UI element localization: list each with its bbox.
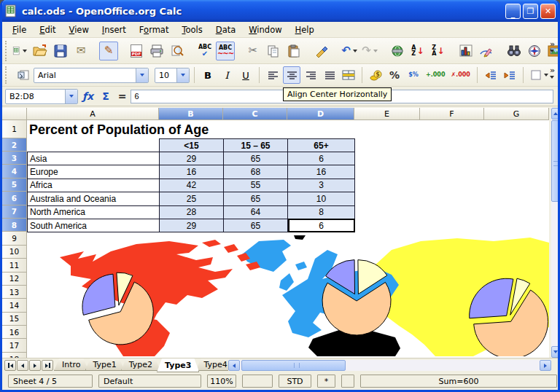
select-all-corner[interactable] — [2, 108, 27, 120]
currency-format-button[interactable]: $ — [367, 66, 384, 84]
horizontal-scroll-thumb[interactable] — [241, 360, 346, 371]
scroll-left-button[interactable] — [228, 360, 240, 371]
menu-insert[interactable]: Insert — [96, 23, 133, 37]
row-header-3[interactable]: 3 — [2, 152, 27, 165]
row-header-13[interactable]: 13 — [2, 286, 27, 299]
row-header-14[interactable]: 14 — [2, 299, 27, 312]
cell-b8[interactable]: 29 — [160, 219, 224, 232]
column-header-b[interactable]: B — [159, 108, 223, 120]
first-sheet-button[interactable] — [4, 360, 16, 371]
scroll-up-button[interactable] — [551, 108, 560, 119]
hyperlink-button[interactable] — [388, 42, 407, 60]
autospellcheck-button[interactable]: ABC~~~ — [216, 42, 235, 60]
vertical-scrollbar[interactable] — [551, 108, 560, 358]
vertical-scroll-thumb[interactable] — [551, 120, 560, 202]
merge-cells-button[interactable] — [340, 66, 357, 84]
close-button[interactable]: ✕ — [540, 4, 556, 19]
cell-d3[interactable]: 6 — [288, 152, 355, 165]
cell-d7[interactable]: 8 — [288, 205, 355, 219]
paste-button[interactable] — [284, 42, 303, 60]
next-sheet-button[interactable] — [29, 360, 41, 371]
borders-button[interactable] — [528, 66, 551, 84]
row-header-8[interactable]: 8 — [2, 219, 27, 232]
align-left-button[interactable] — [264, 66, 281, 84]
sort-descending-button[interactable]: ZA ↓ — [429, 42, 448, 60]
cell-c4[interactable]: 68 — [224, 165, 288, 179]
row-header-4[interactable]: 4 — [2, 165, 27, 178]
equals-icon[interactable]: = — [118, 90, 127, 102]
minimize-button[interactable]: _ — [505, 4, 521, 19]
maximize-button[interactable]: ❐ — [523, 4, 538, 19]
last-sheet-button[interactable] — [42, 360, 53, 371]
row-header-6[interactable]: 6 — [2, 192, 27, 205]
cell-b7[interactable]: 28 — [160, 205, 224, 219]
email-button[interactable]: ✉ — [71, 42, 90, 60]
underline-button[interactable]: U — [237, 66, 254, 84]
increase-indent-button[interactable] — [501, 66, 518, 84]
row-header-9[interactable]: 9 — [2, 232, 27, 245]
scroll-down-button[interactable] — [551, 346, 560, 358]
cell-a7[interactable]: North America — [28, 205, 160, 219]
sort-ascending-button[interactable]: AZ ↓ — [408, 42, 427, 60]
open-button[interactable] — [31, 42, 50, 60]
menu-window[interactable]: Window — [242, 23, 288, 37]
spellcheck-button[interactable]: ABC✔ — [195, 42, 214, 60]
menu-tools[interactable]: Tools — [175, 23, 209, 37]
previous-sheet-button[interactable] — [17, 360, 28, 371]
cell-a2[interactable] — [28, 139, 160, 152]
cell-d6[interactable]: 10 — [288, 192, 355, 205]
row-header-11[interactable]: 11 — [2, 259, 27, 272]
column-header-e[interactable]: E — [354, 108, 420, 120]
delete-decimal-button[interactable]: ✗.000 — [448, 66, 472, 84]
italic-button[interactable]: I — [218, 66, 236, 84]
cell-c8[interactable]: 65 — [224, 219, 288, 232]
cell-a6[interactable]: Australia and Oceania — [28, 192, 160, 205]
edit-mode-button[interactable]: ✎ — [99, 42, 118, 60]
row-header-16[interactable]: 16 — [2, 326, 27, 339]
function-wizard-icon[interactable]: ƒx — [82, 90, 93, 102]
align-justify-button[interactable] — [321, 66, 338, 84]
cell-c3[interactable]: 65 — [224, 152, 288, 165]
status-page-style[interactable]: Default — [98, 375, 201, 388]
row-header-12[interactable]: 12 — [2, 273, 27, 286]
cell-b4[interactable]: 16 — [160, 165, 224, 179]
cell-b2[interactable]: <15 — [160, 139, 224, 152]
column-header-f[interactable]: F — [420, 108, 484, 120]
tab-type3[interactable]: Type3 — [157, 358, 199, 372]
cell-b5[interactable]: 42 — [160, 179, 224, 192]
menu-view[interactable]: View — [63, 23, 96, 37]
title-bar[interactable]: calc.ods - OpenOffice.org Calc _ ❐ ✕ — [0, 0, 560, 22]
cell-b3[interactable]: 29 — [160, 152, 224, 165]
chart-object[interactable]: <15 15 – 65 65+ <15 15 – 65 65+ — [27, 235, 549, 356]
row-header-18[interactable]: 18 — [2, 353, 27, 358]
cell-c6[interactable]: 65 — [224, 192, 288, 205]
status-zoom[interactable]: 110% — [207, 375, 236, 388]
new-document-button[interactable] — [10, 42, 29, 60]
draw-functions-button[interactable] — [477, 42, 496, 60]
cut-button[interactable]: ✂ — [244, 42, 262, 60]
font-name-combo[interactable]: Arial — [34, 68, 149, 83]
percent-format-button[interactable]: % — [386, 66, 403, 84]
cell-b6[interactable]: 25 — [160, 192, 224, 205]
menu-help[interactable]: Help — [289, 23, 321, 37]
active-cell-d8[interactable]: 6 — [288, 219, 355, 232]
navigator-button[interactable] — [525, 42, 544, 60]
cell-d4[interactable]: 16 — [288, 165, 355, 179]
row-header-10[interactable]: 10 — [2, 246, 27, 259]
column-header-a[interactable]: A — [27, 108, 159, 120]
tab-type2[interactable]: Type2 — [121, 358, 160, 371]
toolbar-overflow-button[interactable]: » — [550, 66, 555, 79]
horizontal-scrollbar[interactable] — [228, 360, 551, 371]
column-header-g[interactable]: G — [484, 108, 549, 120]
print-button[interactable] — [147, 42, 166, 60]
undo-button[interactable]: ↶ — [340, 42, 359, 60]
save-button[interactable] — [51, 42, 70, 60]
row-header-7[interactable]: 7 — [2, 205, 27, 219]
insert-chart-button[interactable] — [456, 42, 475, 60]
borders-dropdown-arrow[interactable] — [544, 74, 548, 77]
undo-dropdown-arrow[interactable] — [353, 50, 357, 52]
copy-button[interactable] — [264, 42, 283, 60]
styles-button[interactable] — [15, 66, 32, 84]
font-size-dropdown[interactable] — [176, 68, 189, 82]
status-sum[interactable]: Sum=600 — [360, 375, 557, 388]
